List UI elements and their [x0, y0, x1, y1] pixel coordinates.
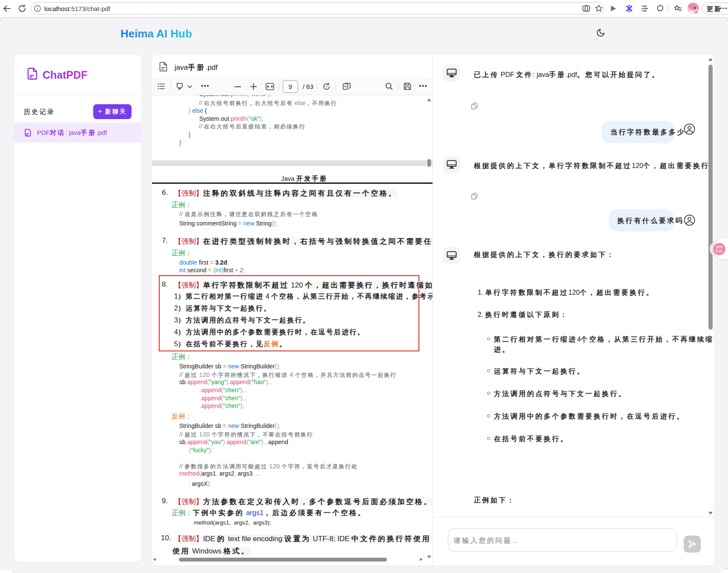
- svg-text:A: A: [719, 248, 722, 253]
